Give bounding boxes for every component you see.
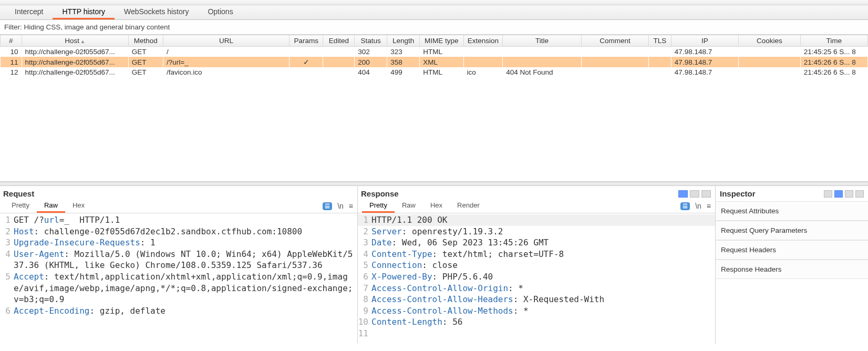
line-number: 2	[358, 226, 371, 238]
layout-stack-icon[interactable]	[690, 190, 699, 198]
newline-toggle[interactable]: \n	[337, 202, 344, 210]
code-line: Upgrade-Insecure-Requests: 1	[14, 237, 357, 249]
code-line: Content-Length: 56	[371, 316, 715, 328]
req-tab-raw[interactable]: Raw	[37, 199, 65, 213]
bottom-pane: Request Pretty Raw Hex ☰ \n ≡ 1GET /?url…	[0, 186, 868, 344]
code-line: Accept-Encoding: gzip, deflate	[14, 305, 357, 317]
sort-asc-icon: ▲	[80, 39, 85, 44]
col-ip[interactable]: IP	[671, 35, 738, 47]
code-line: X-Powered-By: PHP/5.6.40	[371, 271, 715, 283]
col-method[interactable]: Method	[128, 35, 163, 47]
request-body[interactable]: 1GET /?url=_ HTTP/1.12Host: challenge-02…	[0, 213, 357, 344]
col-url[interactable]: URL	[163, 35, 289, 47]
col-cookies[interactable]: Cookies	[739, 35, 801, 47]
line-number: 11	[358, 328, 371, 339]
col-host[interactable]: Host▲	[22, 35, 128, 47]
actions-icon[interactable]: ☰	[680, 202, 690, 210]
code-line: Access-Control-Allow-Headers: X-Requeste…	[371, 294, 715, 305]
tab-options[interactable]: Options	[198, 5, 242, 19]
col-mime[interactable]: MIME type	[420, 35, 463, 47]
code-line: Access-Control-Allow-Origin: *	[371, 283, 715, 294]
code-line: Access-Control-Allow-Methods: *	[371, 305, 715, 317]
response-body[interactable]: 1HTTP/1.1 200 OK2Server: openresty/1.19.…	[358, 213, 715, 344]
col-time[interactable]: Time	[800, 35, 867, 47]
line-number: 6	[358, 271, 371, 283]
tab-intercept[interactable]: Intercept	[5, 5, 53, 19]
res-tab-raw[interactable]: Raw	[395, 199, 423, 213]
table-row[interactable]: 10http://challenge-02f055d67...GET/30232…	[1, 47, 868, 57]
table-row[interactable]: 11http://challenge-02f055d67...GET/?url=…	[1, 57, 868, 67]
inspector-settings-icon[interactable]	[855, 190, 864, 198]
hamburger-icon[interactable]: ≡	[707, 202, 711, 210]
code-line: Date: Wed, 06 Sep 2023 13:45:26 GMT	[371, 237, 715, 249]
actions-icon[interactable]: ☰	[323, 202, 332, 210]
line-number: 4	[358, 249, 371, 260]
col-num[interactable]: #	[1, 35, 22, 47]
line-number: 6	[0, 305, 14, 317]
line-number: 2	[0, 226, 14, 238]
col-comment[interactable]: Comment	[581, 35, 648, 47]
line-number: 10	[358, 316, 371, 328]
line-number: 1	[0, 214, 14, 226]
code-line: Server: openresty/1.19.3.2	[371, 226, 715, 238]
layout-icons	[678, 190, 711, 198]
col-params[interactable]: Params	[290, 35, 323, 47]
line-number: 5	[358, 260, 371, 271]
inspector-layout-2-icon[interactable]	[834, 190, 843, 198]
res-tab-render[interactable]: Render	[450, 199, 487, 213]
line-number: 5	[0, 271, 14, 305]
col-edited[interactable]: Edited	[323, 35, 355, 47]
response-pane: Response Pretty Raw Hex Render ☰ \n ≡ 1H…	[358, 186, 716, 344]
layout-tabs-icon[interactable]	[701, 190, 711, 198]
inspector-section[interactable]: Request Headers	[716, 240, 868, 260]
inspector-pane: Inspector Request AttributesRequest Quer…	[716, 186, 868, 344]
code-line	[371, 328, 715, 339]
inspector-title: Inspector	[720, 189, 756, 198]
inspector-section[interactable]: Response Headers	[716, 260, 868, 279]
code-line: Accept: text/html,application/xhtml+xml,…	[14, 271, 357, 305]
layout-split-icon[interactable]	[678, 190, 688, 198]
col-title[interactable]: Title	[503, 35, 582, 47]
col-tls[interactable]: TLS	[649, 35, 671, 47]
line-number: 3	[358, 237, 371, 249]
inspector-collapse-icon[interactable]	[845, 190, 853, 198]
res-tab-pretty[interactable]: Pretty	[362, 199, 395, 213]
table-row[interactable]: 12http://challenge-02f055d67...GET/favic…	[1, 67, 868, 77]
code-line: Host: challenge-02f055d67d2ec1b2.sandbox…	[14, 226, 357, 238]
req-tab-pretty[interactable]: Pretty	[4, 199, 37, 213]
code-line: Connection: close	[371, 260, 715, 271]
hamburger-icon[interactable]: ≡	[349, 202, 353, 210]
code-line: HTTP/1.1 200 OK	[371, 214, 715, 226]
history-header-row: # Host▲ Method URL Params Edited Status …	[1, 35, 868, 47]
newline-toggle[interactable]: \n	[695, 202, 701, 210]
proxy-tabs: Intercept HTTP history WebSockets histor…	[0, 5, 868, 20]
col-extension[interactable]: Extension	[463, 35, 503, 47]
code-line: GET /?url=_ HTTP/1.1	[14, 214, 357, 226]
inspector-layout-1-icon[interactable]	[824, 190, 832, 198]
request-pane: Request Pretty Raw Hex ☰ \n ≡ 1GET /?url…	[0, 186, 358, 344]
tab-websockets-history[interactable]: WebSockets history	[115, 5, 198, 19]
line-number: 3	[0, 237, 14, 249]
history-table: # Host▲ Method URL Params Edited Status …	[0, 35, 868, 77]
code-line: Content-Type: text/html; charset=UTF-8	[371, 249, 715, 260]
req-tab-hex[interactable]: Hex	[65, 199, 92, 213]
tab-http-history[interactable]: HTTP history	[53, 5, 114, 19]
inspector-section[interactable]: Request Attributes	[716, 201, 868, 221]
response-title: Response	[361, 189, 399, 198]
res-tab-hex[interactable]: Hex	[423, 199, 450, 213]
line-number: 7	[358, 283, 371, 294]
filter-bar[interactable]: Filter: Hiding CSS, image and general bi…	[0, 20, 868, 35]
col-length[interactable]: Length	[387, 35, 420, 47]
code-line: User-Agent: Mozilla/5.0 (Windows NT 10.0…	[14, 249, 357, 271]
pane-splitter[interactable]	[0, 182, 868, 186]
window-top-bar	[0, 0, 868, 5]
line-number: 9	[358, 305, 371, 317]
line-number: 8	[358, 294, 371, 305]
request-title: Request	[3, 189, 34, 198]
line-number: 4	[0, 249, 14, 271]
line-number: 1	[358, 214, 371, 226]
col-status[interactable]: Status	[355, 35, 387, 47]
history-table-area: # Host▲ Method URL Params Edited Status …	[0, 35, 868, 182]
inspector-section[interactable]: Request Query Parameters	[716, 221, 868, 240]
